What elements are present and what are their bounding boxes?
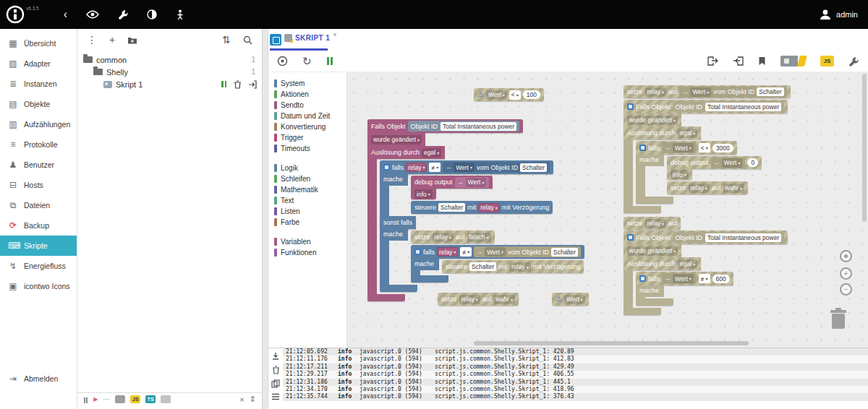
rules-filter-badge[interactable]: [161, 395, 171, 403]
visibility-icon[interactable]: [86, 10, 99, 19]
warning-icon[interactable]: ⚠: [556, 296, 562, 303]
download-log-icon[interactable]: [271, 352, 280, 361]
tab-close-icon[interactable]: ×: [333, 31, 336, 38]
block-setze-wahr-disabled[interactable]: setzerelayaufwahr: [667, 181, 748, 194]
pause-all-icon[interactable]: [83, 393, 88, 406]
variable-dropdown[interactable]: relay: [645, 87, 666, 97]
toolbox-category-aktionen[interactable]: Aktionen: [268, 89, 346, 100]
horizontal-scrollbar[interactable]: [474, 341, 749, 345]
operator-dropdown[interactable]: <: [509, 90, 521, 100]
mutator-icon[interactable]: [639, 275, 646, 282]
sidebar-item-energiefluss[interactable]: ↯ Energiefluss: [0, 256, 77, 276]
script-panel-icon[interactable]: [270, 34, 281, 46]
sidebar-item-objekte[interactable]: ▤ Objekte: [0, 94, 77, 114]
zoom-reset-icon[interactable]: [840, 250, 852, 262]
block-setze-disabled-top[interactable]: setze relay auf ↔ Wert vom Objekt ID Sch…: [624, 85, 791, 98]
zoom-in-icon[interactable]: +: [840, 267, 852, 280]
block-trigger-main[interactable]: Falls Objekt Objekt ID Total Instantaneo…: [367, 119, 584, 301]
block-control-disabled[interactable]: steuere Schalter mit relay mit Verzögeru…: [442, 260, 584, 273]
sidebar-item-skripte[interactable]: ⌨ Skripte: [0, 236, 77, 256]
toolbox-category-farbe[interactable]: Farbe: [268, 217, 346, 228]
block-wert-warning[interactable]: ⚠ Wert: [552, 293, 589, 306]
panel-splitter[interactable]: [263, 29, 268, 409]
block-if-main[interactable]: falls relay ≠ ↔ Wert vom Objekt ID Schal…: [380, 160, 584, 292]
collapse-sidebar-icon[interactable]: ‹: [64, 8, 67, 21]
ts-filter-badge[interactable]: TS: [145, 395, 156, 403]
bookmark-icon[interactable]: [758, 56, 766, 66]
blockly-badge[interactable]: [780, 56, 806, 66]
blockly-workspace[interactable]: ⚠ Wert < 100 setze relay auf ↔ Wert vom …: [347, 72, 868, 348]
sidebar-item-icontwo-icons[interactable]: ▣ icontwo Icons: [0, 276, 77, 296]
toolbox-category-trigger[interactable]: Trigger: [268, 132, 346, 143]
sort-icon[interactable]: ⇅: [222, 35, 231, 45]
block-debug-main[interactable]: debug output↔Wert info: [411, 176, 493, 199]
copy-log-icon[interactable]: [271, 379, 280, 388]
toolbox-category-konvertierung[interactable]: Konvertierung: [268, 121, 346, 132]
vertical-scrollbar[interactable]: [862, 74, 867, 222]
add-script-icon[interactable]: +: [109, 35, 115, 45]
toolbox-category-listen[interactable]: Listen: [268, 206, 346, 217]
js-filter-badge[interactable]: JS: [130, 395, 140, 403]
search-icon[interactable]: [243, 35, 252, 45]
tree-item-shelly[interactable]: Shelly 1: [77, 66, 262, 78]
resize-panel-icon[interactable]: ⇕: [250, 395, 256, 404]
mutator-icon[interactable]: [639, 145, 646, 151]
value-dropdown[interactable]: Wert: [486, 90, 507, 100]
export-script-icon[interactable]: [248, 80, 257, 89]
clear-log-icon[interactable]: [272, 366, 280, 374]
toolbox-category-mathematik[interactable]: Mathematik: [268, 184, 346, 195]
tree-item-common[interactable]: common 1: [77, 53, 262, 66]
sidebar-item-aufz-hlungen[interactable]: ▥ Aufzählungen: [0, 114, 77, 134]
block-stack-disabled-2[interactable]: setze relay auf Falls Objekt Objekt ID T…: [624, 217, 788, 315]
pause-script-icon[interactable]: [221, 80, 227, 89]
import-blocks-icon[interactable]: [733, 56, 744, 66]
sidebar-item-hosts[interactable]: ⊟ Hosts: [0, 175, 77, 195]
mutator-icon[interactable]: [383, 164, 390, 171]
trigger-condition-dropdown[interactable]: egal: [422, 148, 441, 158]
mutator-icon[interactable]: [627, 103, 634, 110]
warning-icon[interactable]: ⚠: [477, 91, 484, 98]
number-field[interactable]: 100: [523, 90, 540, 99]
log-row[interactable]: 21:12:34.170 info javascript.0 (594) scr…: [283, 386, 868, 393]
sidebar-item-protokolle[interactable]: ≡ Protokolle: [0, 134, 77, 155]
block-get-value[interactable]: ↔ Wert vom Objekt ID Schalter: [679, 87, 786, 98]
block-objekt-id[interactable]: Objekt ID Total Instantaneous power: [673, 232, 785, 243]
blockly-filter-badge[interactable]: [115, 395, 125, 403]
log-row[interactable]: 21:12:05.692 info javascript.0 (594) scr…: [283, 348, 868, 356]
sidebar-item-dateien[interactable]: ⧉ Dateien: [0, 195, 77, 215]
block-debug-disabled[interactable]: debug output↔Wert0 info: [667, 156, 762, 180]
trigger-change-dropdown[interactable]: wurde geändert: [371, 135, 422, 145]
sidebar-item-adapter[interactable]: ▧ Adapter: [0, 53, 77, 74]
play-icon[interactable]: ▶: [93, 396, 98, 402]
toolbox-category-text[interactable]: Text: [268, 195, 346, 206]
block-setze-disabled-2[interactable]: setze relay auf: [624, 217, 681, 230]
tab-skript-1[interactable]: SKRIPT 1 ×: [284, 29, 336, 42]
check-script-icon[interactable]: [277, 56, 288, 66]
toolbox-category-datum-und-zeit[interactable]: Datum und Zeit: [268, 111, 346, 121]
sidebar-item-backup[interactable]: ⟳ Backup: [0, 215, 77, 236]
toolbox-category-funktionen[interactable]: Funktionen: [268, 247, 346, 258]
pause-script-icon[interactable]: [326, 55, 334, 68]
more-icon[interactable]: ⋯: [103, 395, 110, 403]
user-figure-icon[interactable]: [176, 9, 184, 20]
block-control-main[interactable]: steuere Schalter mit relay mit Verzögeru…: [411, 201, 553, 214]
mutator-icon[interactable]: [414, 249, 421, 255]
export-blocks-icon[interactable]: [707, 56, 718, 66]
reload-icon[interactable]: ↻: [302, 56, 312, 66]
sidebar-item-bersicht[interactable]: ▦ Übersicht: [0, 33, 77, 53]
block-setze-wahr-bottom[interactable]: setze relay auf wahr: [438, 293, 519, 306]
toolbox-category-sendto[interactable]: Sendto: [268, 100, 346, 111]
log-row[interactable]: 21:12:31.186 info javascript.0 (594) scr…: [283, 379, 868, 386]
wrench-icon[interactable]: [118, 9, 128, 20]
tree-item-skript-1[interactable]: Skript 1: [77, 78, 262, 90]
sidebar-item-instanzen[interactable]: ≣ Instanzen: [0, 74, 77, 94]
log-row[interactable]: 21:12:29.217 info javascript.0 (594) scr…: [283, 371, 868, 378]
block-if-nested[interactable]: falls relay ≠ ↔ Wert vom Objekt ID Sc: [411, 245, 584, 283]
javascript-badge[interactable]: JS: [820, 56, 834, 66]
avatar[interactable]: [819, 8, 832, 21]
toolbox-category-timeouts[interactable]: Timeouts: [268, 143, 346, 154]
toolbox-category-system[interactable]: System: [268, 78, 346, 89]
block-get-value-disabled[interactable]: ↔ Wert vom Objekt ID Schalter: [474, 246, 581, 257]
close-panel-icon[interactable]: ×: [239, 395, 244, 404]
mutator-icon[interactable]: [627, 234, 634, 241]
